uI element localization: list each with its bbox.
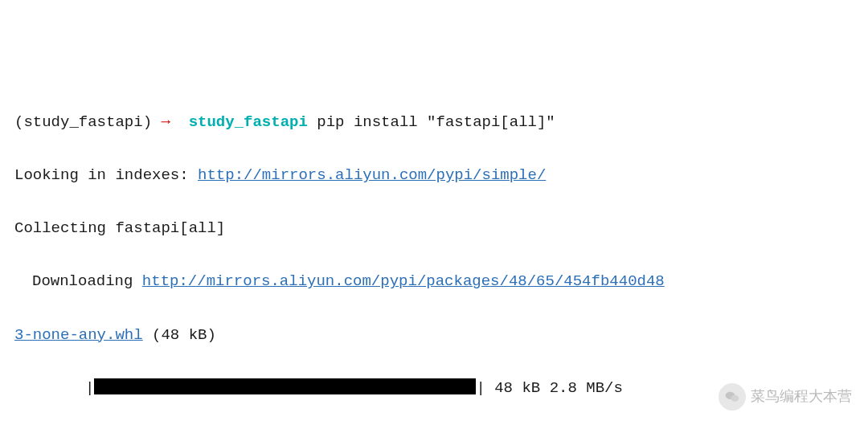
download-prefix: Downloading (32, 272, 142, 290)
current-dir: study_fastapi (189, 113, 308, 131)
download-size: (48 kB) (143, 326, 216, 344)
progress-text: 48 kB 2.8 MB/s (485, 379, 623, 397)
download-url-part1[interactable]: http://mirrors.aliyun.com/pypi/packages/… (142, 272, 665, 290)
prompt-arrow-icon: → (161, 113, 170, 131)
watermark: 菜鸟编程大本营 (719, 382, 852, 412)
wechat-icon (719, 383, 746, 411)
progress-bar (94, 378, 476, 394)
index-line: Looking in indexes: http://mirrors.aliyu… (14, 162, 854, 189)
svg-point-1 (731, 395, 739, 402)
collect-line: Collecting fastapi[all] (14, 215, 854, 242)
command-text[interactable]: pip install "fastapi[all]" (317, 113, 555, 131)
index-url-link[interactable]: http://mirrors.aliyun.com/pypi/simple/ (198, 166, 546, 184)
prompt-line: (study_fastapi) → study_fastapi pip inst… (14, 109, 854, 136)
download-url-part2[interactable]: 3-none-any.whl (14, 326, 143, 344)
download-line-cont: 3-none-any.whl (48 kB) (14, 322, 854, 349)
index-prefix: Looking in indexes: (14, 166, 198, 184)
watermark-text: 菜鸟编程大本营 (751, 384, 852, 409)
virtualenv-name: (study_fastapi) (14, 113, 152, 131)
download-line: Downloading http://mirrors.aliyun.com/py… (14, 268, 854, 295)
